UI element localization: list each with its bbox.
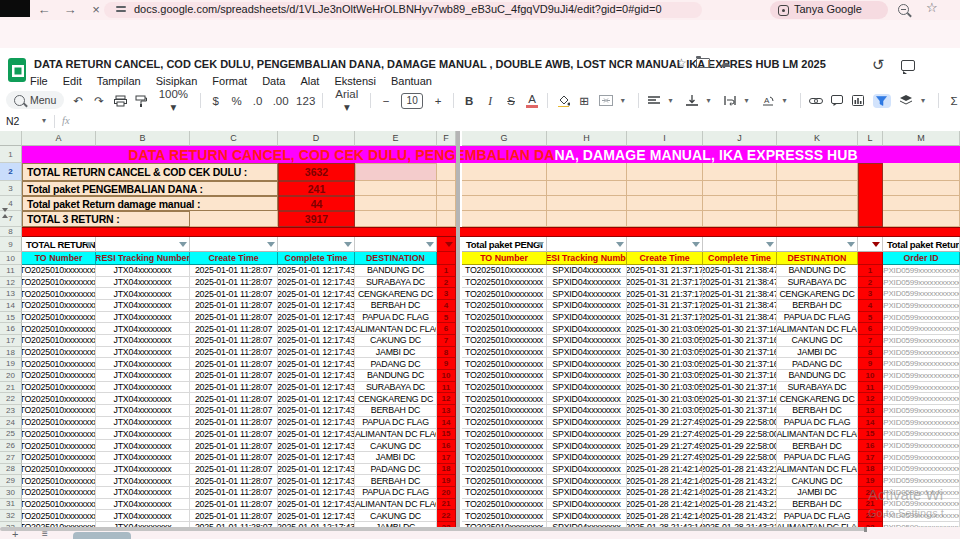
- text-rotation-dropdown-icon[interactable]: ▾: [779, 96, 791, 105]
- hidden-rows-arrow-up-icon[interactable]: [2, 214, 8, 218]
- table-cell[interactable]: 2025-01-01 12:17:43: [278, 393, 355, 405]
- table-cell[interactable]: 2025-01-01 11:28:07: [190, 370, 278, 382]
- empty-cell[interactable]: [627, 163, 703, 181]
- format-percent-button[interactable]: %: [231, 95, 243, 107]
- table-cell[interactable]: JTX04xxxxxxxx: [96, 347, 190, 359]
- empty-cell[interactable]: [462, 163, 547, 181]
- table-header-destination[interactable]: DESTINATION: [355, 252, 437, 265]
- row-count-cell[interactable]: 2: [858, 277, 883, 289]
- row-header-10[interactable]: 10: [0, 252, 22, 265]
- row-header-32[interactable]: 32: [0, 510, 22, 522]
- table-cell[interactable]: 2025-01-01 11:28:07: [190, 464, 278, 476]
- table-cell[interactable]: CAKUNG DC: [777, 475, 858, 487]
- table-cell[interactable]: 2025-01-28 21:42:14: [627, 487, 703, 499]
- table-cell[interactable]: TO2025010xxxxxxxx: [462, 335, 547, 347]
- table-cell[interactable]: TO2025010xxxxxxxx: [22, 335, 96, 347]
- hidden-rows-arrow-down-icon[interactable]: [2, 208, 8, 212]
- url-text[interactable]: docs.google.com/spreadsheets/d/1VLJe3nOl…: [134, 3, 662, 15]
- menu-item-alat[interactable]: Alat: [300, 75, 319, 87]
- filter-header-cell[interactable]: Total paket Return: [883, 237, 960, 252]
- table-cell[interactable]: JTX04xxxxxxxx: [96, 487, 190, 499]
- row-header-1[interactable]: 1: [0, 146, 22, 163]
- table-header-to-number[interactable]: TO Number: [22, 252, 96, 265]
- table-cell[interactable]: JTX04xxxxxxxx: [96, 464, 190, 476]
- order-id-cell[interactable]: SPXID0599xxxxxxxxxxxx: [883, 429, 960, 441]
- row-count-cell[interactable]: 14: [858, 417, 883, 429]
- table-cell[interactable]: JTX04xxxxxxxx: [96, 312, 190, 324]
- empty-cell[interactable]: [462, 196, 547, 211]
- row-header-18[interactable]: 18: [0, 347, 22, 359]
- filter-header-cell[interactable]: [96, 237, 190, 252]
- toolbar-search-menu[interactable]: Menu: [6, 91, 64, 109]
- table-cell[interactable]: CENGKARENG DC: [355, 393, 437, 405]
- row-header-8[interactable]: 8: [0, 227, 22, 237]
- star-doc-icon[interactable]: ☆: [676, 56, 687, 70]
- filter-header-cell[interactable]: [627, 237, 703, 252]
- order-id-cell[interactable]: SPXID0599xxxxxxxxxxxx: [883, 475, 960, 487]
- table-cell[interactable]: TO2025010xxxxxxxx: [462, 405, 547, 417]
- table-cell[interactable]: 2025-01-01 11:28:07: [190, 475, 278, 487]
- table-cell[interactable]: TO2025010xxxxxxxx: [22, 429, 96, 441]
- table-cell[interactable]: 2025-01-30 21:03:05: [627, 347, 703, 359]
- table-cell[interactable]: 2025-01-30 21:03:05: [627, 393, 703, 405]
- table-cell[interactable]: 2025-01-01 11:28:07: [190, 452, 278, 464]
- table-cell[interactable]: TO2025010xxxxxxxx: [22, 300, 96, 312]
- menu-item-ekstensi[interactable]: Ekstensi: [334, 75, 376, 87]
- filter-button-icon[interactable]: [85, 242, 93, 247]
- table-cell[interactable]: BANDUNG DC: [777, 370, 858, 382]
- increase-font-button[interactable]: +: [432, 95, 444, 107]
- table-cell[interactable]: BANDUNG DC: [355, 265, 437, 277]
- table-cell[interactable]: JTX04xxxxxxxx: [96, 265, 190, 277]
- table-cell[interactable]: SPXID04xxxxxxxx: [547, 417, 627, 429]
- filter-button-icon[interactable]: [536, 242, 544, 247]
- row-count-cell[interactable]: 17: [437, 452, 456, 464]
- table-cell[interactable]: SPXID04xxxxxxxx: [547, 288, 627, 300]
- decrease-font-button[interactable]: −: [380, 95, 392, 107]
- filter-button-icon[interactable]: [616, 242, 624, 247]
- table-cell[interactable]: JTX04xxxxxxxx: [96, 323, 190, 335]
- banner-row-cell[interactable]: DATA RETURN CANCEL, COD CEK DULU, PENGEM…: [22, 146, 960, 163]
- url-bar[interactable]: docs.google.com/spreadsheets/d/1VLJe3nOl…: [104, 2, 702, 18]
- row-count-cell[interactable]: 13: [437, 405, 456, 417]
- table-cell[interactable]: BERBAH DC: [355, 405, 437, 417]
- table-cell[interactable]: SPXID04xxxxxxxx: [547, 405, 627, 417]
- table-cell[interactable]: 2025-01-01 12:17:43: [278, 475, 355, 487]
- insert-link-icon[interactable]: [809, 97, 822, 105]
- row-header-19[interactable]: 19: [0, 358, 22, 370]
- table-cell[interactable]: 2025-01-01 12:17:43: [278, 265, 355, 277]
- table-cell[interactable]: 2025-01-30 21:03:05: [627, 358, 703, 370]
- table-cell[interactable]: PADANG DC: [355, 464, 437, 476]
- order-id-cell[interactable]: SPXID0599xxxxxxxxxxxx: [883, 323, 960, 335]
- order-id-cell[interactable]: SPXID0599xxxxxxxxxxxx: [883, 265, 960, 277]
- table-cell[interactable]: 2025-01-30 21:37:16: [703, 323, 777, 335]
- table-cell[interactable]: 2025-01-30 21:37:16: [703, 335, 777, 347]
- column-header-K[interactable]: K: [777, 131, 858, 146]
- table-cell[interactable]: TO2025010xxxxxxxx: [22, 277, 96, 289]
- table-cell[interactable]: 2025-01-30 21:37:16: [703, 405, 777, 417]
- row-header-22[interactable]: 22: [0, 393, 22, 405]
- row-count-cell[interactable]: 8: [437, 347, 456, 359]
- table-cell[interactable]: JTX04xxxxxxxx: [96, 475, 190, 487]
- table-cell[interactable]: BERBAH DC: [777, 405, 858, 417]
- italic-button[interactable]: I: [484, 95, 496, 107]
- empty-cell[interactable]: [883, 196, 960, 211]
- filter-button-icon[interactable]: [872, 242, 880, 247]
- move-folder-icon[interactable]: [696, 58, 710, 68]
- table-cell[interactable]: TO2025010xxxxxxxx: [22, 440, 96, 452]
- table-cell[interactable]: 2025-01-31 21:38:47: [703, 265, 777, 277]
- menu-item-sisipkan[interactable]: Sisipkan: [156, 75, 198, 87]
- filter-button-icon[interactable]: [766, 242, 774, 247]
- table-cell[interactable]: SPXID04xxxxxxxx: [547, 440, 627, 452]
- red-separator-row[interactable]: [22, 227, 960, 237]
- table-cell[interactable]: TO2025010xxxxxxxx: [462, 452, 547, 464]
- table-cell[interactable]: 2025-01-01 12:17:43: [278, 300, 355, 312]
- table-cell[interactable]: 2025-01-01 12:17:43: [278, 487, 355, 499]
- order-id-cell[interactable]: SPXID0599xxxxxxxxxxxx: [883, 393, 960, 405]
- row-count-cell[interactable]: 8: [858, 347, 883, 359]
- table-cell[interactable]: SURABAYA DC: [777, 277, 858, 289]
- row-header-27[interactable]: 27: [0, 452, 22, 464]
- table-cell[interactable]: 2025-01-01 12:17:43: [278, 370, 355, 382]
- filter-header-cell[interactable]: [858, 237, 883, 252]
- table-cell[interactable]: TO2025010xxxxxxxx: [22, 452, 96, 464]
- row-header-9[interactable]: 9: [0, 237, 22, 252]
